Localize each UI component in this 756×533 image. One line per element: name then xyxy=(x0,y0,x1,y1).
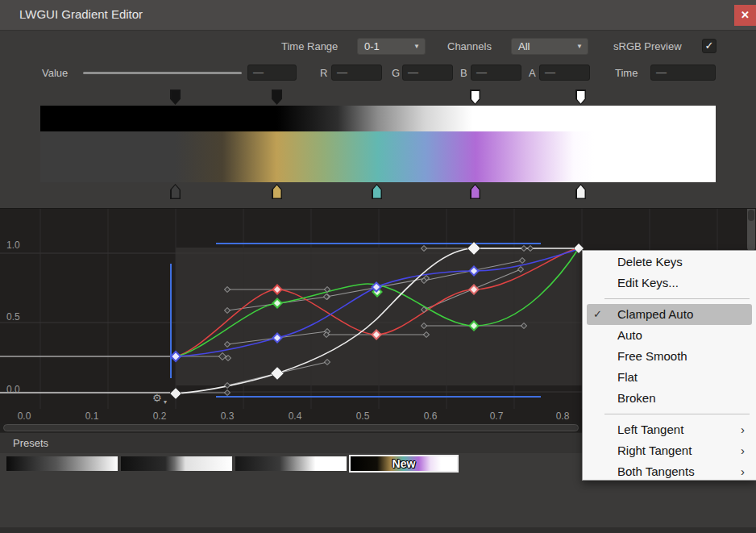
submenu-arrow-icon: › xyxy=(741,419,745,440)
g-field[interactable]: — xyxy=(402,65,453,81)
new-preset-button[interactable]: New xyxy=(349,455,459,473)
menu-item-left-tangent[interactable]: Left Tangent › xyxy=(583,419,756,440)
x-tick-label: 0.2 xyxy=(145,410,174,422)
g-label: G xyxy=(392,67,400,79)
menu-item-label: Broken xyxy=(617,391,656,405)
b-label: B xyxy=(460,67,467,79)
value-label: Value xyxy=(42,67,68,79)
new-preset-label: New xyxy=(393,457,416,470)
submenu-arrow-icon: › xyxy=(741,461,745,482)
vertical-scrollbar[interactable] xyxy=(747,209,755,251)
gradient-preview-bar[interactable] xyxy=(40,106,716,182)
value-slider[interactable] xyxy=(83,72,242,74)
menu-item-label: Left Tangent xyxy=(617,423,683,436)
color-key-marker[interactable] xyxy=(372,184,382,199)
color-key-marker[interactable] xyxy=(575,184,586,199)
menu-item-flat[interactable]: Flat xyxy=(583,367,756,388)
vertical-scrollbar-thumb[interactable] xyxy=(748,210,754,221)
b-field[interactable]: — xyxy=(471,65,521,81)
a-field[interactable]: — xyxy=(539,65,590,81)
preset-swatch[interactable] xyxy=(121,456,232,471)
menu-item-right-tangent[interactable]: Right Tangent › xyxy=(583,440,756,461)
chevron-down-icon: ▼ xyxy=(576,44,583,50)
chevron-down-icon: ▼ xyxy=(413,44,420,50)
menu-item-label: Flat xyxy=(617,370,638,384)
menu-separator xyxy=(604,298,750,299)
alpha-key-marker[interactable] xyxy=(272,90,282,105)
gear-icon[interactable]: ⚙ xyxy=(152,392,162,404)
menu-item-both-tangents[interactable]: Both Tangents › xyxy=(583,461,756,482)
time-field[interactable]: — xyxy=(650,65,716,81)
y-tick-label: 0.0 xyxy=(6,384,31,395)
color-key-marker[interactable] xyxy=(272,184,282,199)
x-tick-label: 0.4 xyxy=(280,410,309,422)
time-range-dropdown[interactable]: 0-1 ▼ xyxy=(357,38,426,55)
x-tick-label: 0.5 xyxy=(348,410,377,422)
menu-item-label: Edit Keys... xyxy=(617,276,679,289)
title-bar: LWGUI Gradient Editor ✕ xyxy=(0,0,756,31)
channels-label: Channels xyxy=(447,40,492,52)
y-tick-label: 1.0 xyxy=(6,239,31,251)
x-tick-label: 0.8 xyxy=(548,410,577,422)
time-range-value: 0-1 xyxy=(364,40,380,52)
time-label: Time xyxy=(615,67,638,79)
x-tick-label: 0.3 xyxy=(213,410,242,422)
menu-item-label: Delete Keys xyxy=(617,255,683,269)
preset-swatch[interactable] xyxy=(6,456,118,471)
window-title: LWGUI Gradient Editor xyxy=(19,7,143,21)
menu-item-broken[interactable]: Broken xyxy=(583,388,756,409)
y-tick-label: 0.5 xyxy=(6,311,31,323)
menu-item-auto[interactable]: Auto xyxy=(583,325,756,346)
gear-dropdown-arrow-icon[interactable]: ▾ xyxy=(164,398,167,406)
x-tick-label: 0.7 xyxy=(482,410,511,422)
alpha-preview-strip[interactable] xyxy=(40,106,716,131)
color-key-marker[interactable] xyxy=(470,184,480,199)
window-bottom-edge xyxy=(0,527,756,533)
srgb-preview-checkbox[interactable]: ✓ xyxy=(702,39,717,53)
check-icon: ✓ xyxy=(593,304,602,325)
menu-item-label: Both Tangents xyxy=(617,464,695,478)
menu-item-delete-keys[interactable]: Delete Keys xyxy=(583,252,756,273)
color-key-marker[interactable] xyxy=(170,184,181,199)
channels-dropdown[interactable]: All ▼ xyxy=(511,38,588,55)
x-tick-label: 0.0 xyxy=(10,410,39,422)
menu-item-clamped-auto[interactable]: ✓ Clamped Auto xyxy=(587,304,752,325)
alpha-key-marker[interactable] xyxy=(170,90,181,105)
alpha-start-key[interactable] xyxy=(170,388,181,399)
r-field[interactable]: — xyxy=(331,65,382,81)
channels-value: All xyxy=(518,40,530,52)
r-label: R xyxy=(320,67,327,79)
alpha-key-marker[interactable] xyxy=(575,90,586,105)
menu-item-edit-keys[interactable]: Edit Keys... xyxy=(583,273,756,294)
value-field[interactable]: — xyxy=(247,65,297,81)
x-tick-label: 0.6 xyxy=(416,410,445,422)
submenu-arrow-icon: › xyxy=(741,440,745,461)
horizontal-scrollbar-thumb[interactable] xyxy=(3,424,579,431)
menu-item-label: Free Smooth xyxy=(617,349,687,363)
a-label: A xyxy=(529,67,536,79)
menu-item-free-smooth[interactable]: Free Smooth xyxy=(583,346,756,367)
gradient-editor-window: LWGUI Gradient Editor ✕ Time Range 0-1 ▼… xyxy=(0,0,756,533)
presets-title: Presets xyxy=(13,437,48,449)
alpha-key-marker[interactable] xyxy=(470,90,480,105)
srgb-preview-label: sRGB Preview xyxy=(613,40,682,52)
menu-item-label: Right Tangent xyxy=(617,443,692,457)
menu-item-label: Clamped Auto xyxy=(617,307,693,321)
x-tick-label: 0.1 xyxy=(77,410,106,422)
context-menu: Delete Keys Edit Keys... ✓ Clamped Auto … xyxy=(582,250,756,481)
color-preview-strip[interactable] xyxy=(40,131,716,182)
menu-item-label: Auto xyxy=(617,328,642,342)
close-button[interactable]: ✕ xyxy=(734,5,756,26)
menu-separator xyxy=(604,414,750,414)
preset-swatch[interactable] xyxy=(235,456,347,471)
time-range-label: Time Range xyxy=(281,40,338,52)
